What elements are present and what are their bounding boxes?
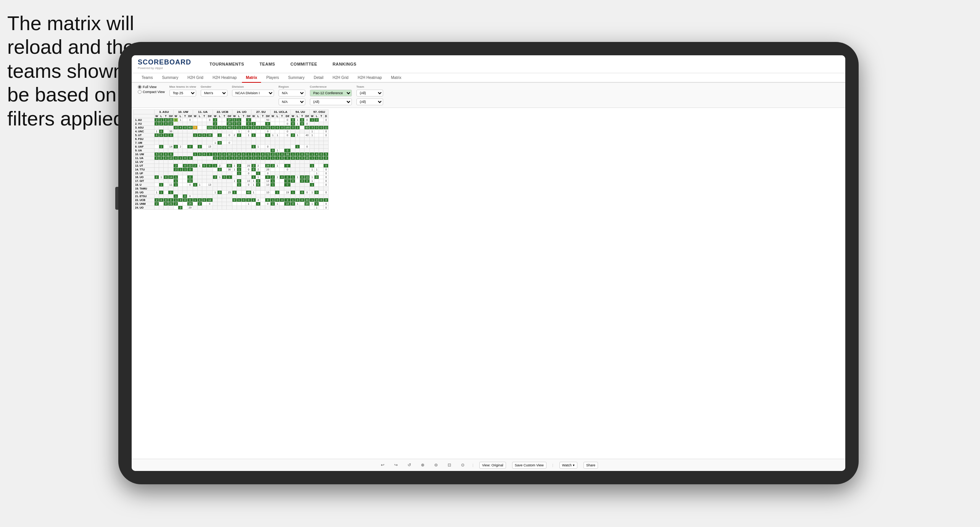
matrix-cell [314,179,319,183]
subnav-summary1[interactable]: Summary [158,73,182,83]
matrix-cell [305,194,310,198]
subnav-teams[interactable]: Teams [138,73,156,83]
row-team-label: 23. UNM [134,202,155,206]
matrix-cell: 1 [197,183,202,187]
compact-view-radio[interactable]: Compact View [138,90,165,94]
matrix-cell [197,172,202,175]
row-team-label: 13. UT [134,164,155,168]
matrix-cell: 0 [324,175,329,179]
watch-btn[interactable]: Watch ▾ [559,462,577,469]
matrix-cell: 1 [237,172,241,175]
uo-t: T [241,114,246,118]
view-original-btn[interactable]: View: Original [479,462,506,469]
nav-teams[interactable]: TEAMS [256,60,278,68]
matrix-cell [174,137,178,141]
matrix-cell [197,156,202,160]
subnav-h2h-grid1[interactable]: H2H Grid [184,73,207,83]
save-custom-btn[interactable]: Save Custom View [512,462,546,469]
matrix-cell: 0 [218,141,222,145]
matrix-cell: 0 [265,130,271,133]
zoom-out-btn[interactable]: ⊖ [432,461,440,469]
matrix-cell [256,130,261,133]
division-select[interactable]: NCAA Division I NCAA Division II NCAA Di… [232,90,274,96]
matrix-cell: 2 [197,202,202,206]
matrix-cell [197,130,202,133]
full-view-radio[interactable]: Full View [138,85,165,89]
matrix-cell: 1 [310,153,314,156]
undo-btn[interactable]: ↩ [379,461,386,469]
matrix-cell: 0 [251,168,256,172]
matrix-cell [222,179,227,183]
row-team-label: 14. TTU [134,168,155,172]
col-asu: 3. ASU [155,110,174,114]
matrix-cell: 2 [178,206,183,210]
subnav-matrix2[interactable]: Matrix [387,73,405,83]
matrix-cell [275,122,280,126]
subnav-summary2[interactable]: Summary [284,73,308,83]
subnav-h2h-grid2[interactable]: H2H Grid [329,73,352,83]
refresh-btn[interactable]: ↺ [406,461,413,469]
matrix-cell [202,206,206,210]
matrix-cell [291,206,295,210]
fit-btn[interactable]: ⊡ [446,461,453,469]
matrix-cell [155,137,159,141]
reset-btn[interactable]: ⊙ [459,461,466,469]
team-col-header [134,114,155,118]
subnav-detail[interactable]: Detail [310,73,327,83]
matrix-cell [261,160,265,164]
matrix-cell [237,194,241,198]
matrix-cell: 1 [251,175,256,179]
subnav-matrix[interactable]: Matrix [242,73,261,83]
matrix-cell [284,141,291,145]
subnav-players[interactable]: Players [263,73,283,83]
matrix-area[interactable]: 3. ASU 10. UW 11. UA 22. UCB 24. UO 27. … [132,108,845,459]
matrix-cell [206,141,213,145]
matrix-cell [305,149,310,153]
matrix-cell: 1 [275,202,280,206]
matrix-cell [251,187,256,191]
matrix-cell [251,202,256,206]
matrix-cell [319,122,324,126]
matrix-cell [232,172,237,175]
matrix-cell [174,187,178,191]
matrix-cell [202,175,206,179]
matrix-cell: 1 [155,122,159,126]
conference-select[interactable]: Pac-12 Conference (All) [310,90,352,96]
matrix-cell [206,187,213,191]
matrix-cell [206,122,213,126]
matrix-cell [265,149,271,153]
region-select2[interactable]: N/A [279,98,305,105]
matrix-cell: 0 [159,130,164,133]
gender-select[interactable]: Men's Women's [201,90,227,96]
subnav-h2h-heatmap2[interactable]: H2H Heatmap [354,73,385,83]
share-btn[interactable]: Share [583,462,598,469]
matrix-cell [213,149,218,153]
matrix-cell: 4 [237,156,241,160]
subnav-h2h-heatmap1[interactable]: H2H Heatmap [209,73,240,83]
matrix-cell [174,160,178,164]
matrix-cell [310,122,314,126]
team-select[interactable]: (All) [356,90,383,96]
matrix-cell: 1 [256,202,261,206]
team-select2[interactable]: (All) [356,98,383,105]
redo-btn[interactable]: ↪ [392,461,400,469]
separator2: | [553,463,553,467]
max-teams-select[interactable]: Top 25 Top 10 Top 50 [169,90,196,96]
matrix-cell [155,160,159,164]
matrix-cell [164,206,168,210]
nav-committee[interactable]: COMMITTEE [287,60,321,68]
matrix-cell [319,137,324,141]
matrix-cell [206,194,213,198]
matrix-cell: 1 [237,198,241,202]
nav-tournaments[interactable]: TOURNAMENTS [206,60,247,68]
matrix-cell [218,145,222,149]
region-select[interactable]: N/A [279,90,305,96]
matrix-cell: 0 [227,141,232,145]
tablet-side-button [115,187,118,210]
nav-rankings[interactable]: RANKINGS [329,60,359,68]
conference-select2[interactable]: (All) [310,98,352,105]
zoom-in-btn[interactable]: ⊕ [419,461,426,469]
matrix-cell: 0 [246,183,251,187]
matrix-cell [271,122,275,126]
matrix-cell [280,206,284,210]
